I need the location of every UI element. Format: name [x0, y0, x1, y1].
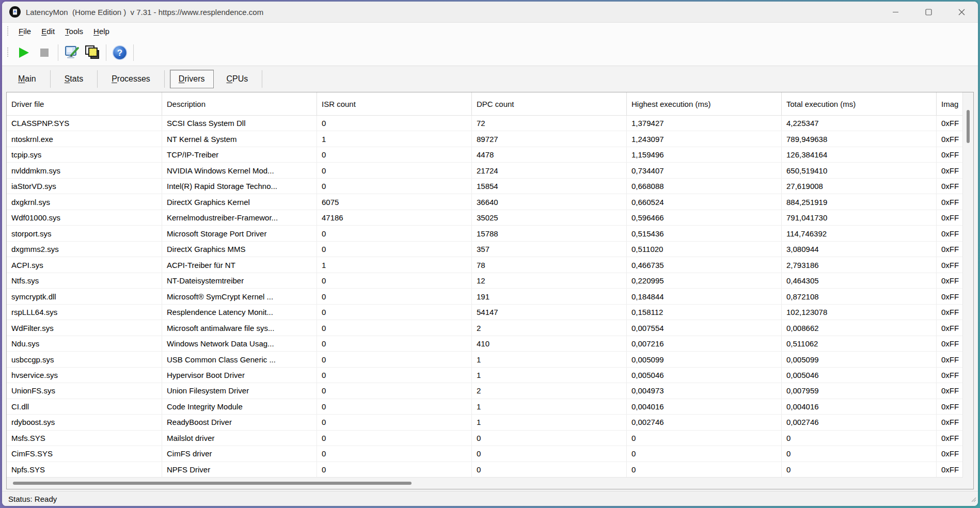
cell-driver-file: iaStorVD.sys — [7, 179, 162, 194]
start-monitor-button[interactable] — [13, 42, 34, 63]
cell-isr-count: 1 — [317, 131, 472, 146]
cell-description: CimFS driver — [162, 446, 317, 461]
cell-highest-execution: 1,379427 — [627, 116, 782, 131]
cell-driver-file: tcpip.sys — [7, 147, 162, 162]
cell-total-execution: 0 — [782, 462, 937, 477]
minimize-icon — [892, 9, 899, 15]
cell-dpc-count: 72 — [472, 116, 627, 131]
cell-image: 0xFF — [937, 242, 963, 257]
cell-highest-execution: 1,243097 — [627, 131, 782, 146]
cell-dpc-count: 0 — [472, 462, 627, 477]
status-text: Status: Ready — [8, 495, 57, 503]
close-button[interactable] — [945, 2, 978, 22]
cell-driver-file: WdFilter.sys — [7, 320, 162, 335]
maximize-icon — [925, 9, 932, 15]
table-row[interactable]: dxgmms2.sys DirectX Graphics MMS 0 357 0… — [7, 242, 963, 257]
table-row[interactable]: Ntfs.sys NT-Dateisystemtreiber 0 12 0,22… — [7, 273, 963, 289]
cell-image: 0xFF — [937, 336, 963, 351]
table-row[interactable]: iaStorVD.sys Intel(R) Rapid Storage Tech… — [7, 179, 963, 194]
cell-total-execution: 0 — [782, 446, 937, 461]
cell-highest-execution: 0,660524 — [627, 194, 782, 209]
minimize-button[interactable] — [879, 2, 912, 22]
cell-dpc-count: 15788 — [472, 226, 627, 241]
cell-isr-count: 0 — [317, 352, 472, 367]
table-row[interactable]: Msfs.SYS Mailslot driver 0 0 0 0 0xFF — [7, 431, 963, 446]
title-bar[interactable]: LatencyMon (Home Edition ) v 7.31 - http… — [2, 2, 978, 22]
table-row[interactable]: usbccgp.sys USB Common Class Generic ...… — [7, 352, 963, 367]
table-row[interactable]: ntoskrnl.exe NT Kernel & System 1 89727 … — [7, 131, 963, 147]
tab-drivers[interactable]: Drivers — [170, 70, 214, 88]
cell-description: Microsoft® SymCrypt Kernel ... — [162, 289, 317, 304]
horizontal-scrollbar-thumb[interactable] — [13, 482, 412, 485]
cell-driver-file: Msfs.SYS — [7, 431, 162, 446]
column-header-image[interactable]: Imag — [937, 92, 963, 115]
tab-strip: Main Stats Processes Drivers CPUs — [2, 66, 978, 92]
cell-isr-count: 0 — [317, 273, 472, 288]
menu-edit[interactable]: Edit — [36, 25, 60, 37]
table-row[interactable]: tcpip.sys TCP/IP-Treiber 0 4478 1,159496… — [7, 147, 963, 163]
cell-image: 0xFF — [937, 163, 963, 178]
tab-separator — [262, 70, 262, 88]
stop-monitor-button[interactable] — [34, 42, 55, 63]
tab-processes[interactable]: Processes — [103, 70, 159, 88]
column-header-driver-file[interactable]: Driver file — [7, 92, 162, 115]
cell-total-execution: 0,005099 — [782, 352, 937, 367]
table-row[interactable]: Wdf01000.sys Kernelmodustreiber-Framewor… — [7, 210, 963, 226]
cell-driver-file: Npfs.SYS — [7, 462, 162, 477]
help-button[interactable]: ? — [109, 42, 130, 63]
cell-image: 0xFF — [937, 462, 963, 477]
table-row[interactable]: UnionFS.sys Union Filesystem Driver 0 2 … — [7, 383, 963, 399]
table-row[interactable]: CLASSPNP.SYS SCSI Class System Dll 0 72 … — [7, 116, 963, 131]
maximize-button[interactable] — [912, 2, 945, 22]
toolbar-gripper[interactable] — [7, 47, 9, 58]
table-row[interactable]: CI.dll Code Integrity Module 0 1 0,00401… — [7, 399, 963, 415]
menu-tools[interactable]: Tools — [60, 25, 88, 37]
close-icon — [958, 9, 965, 15]
cell-image: 0xFF — [937, 415, 963, 430]
table-row[interactable]: ACPI.sys ACPI-Treiber für NT 1 78 0,4667… — [7, 257, 963, 273]
cell-total-execution: 2,793186 — [782, 257, 937, 272]
menu-help[interactable]: Help — [88, 25, 115, 37]
table-row[interactable]: symcryptk.dll Microsoft® SymCrypt Kernel… — [7, 289, 963, 304]
cell-highest-execution: 0,511020 — [627, 242, 782, 257]
column-header-dpc-count[interactable]: DPC count — [472, 92, 627, 115]
table-row[interactable]: nvlddmkm.sys NVIDIA Windows Kernel Mod..… — [7, 163, 963, 178]
horizontal-scrollbar[interactable] — [7, 477, 963, 489]
latency-tests-button[interactable] — [82, 42, 103, 63]
stop-icon — [39, 47, 50, 58]
vertical-scrollbar-thumb[interactable] — [967, 110, 970, 143]
cell-isr-count: 0 — [317, 320, 472, 335]
table-row[interactable]: Npfs.SYS NPFS Driver 0 0 0 0 0xFF — [7, 462, 963, 478]
table-row[interactable]: dxgkrnl.sys DirectX Graphics Kernel 6075… — [7, 194, 963, 210]
options-button[interactable] — [61, 42, 82, 63]
cell-description: DirectX Graphics MMS — [162, 242, 317, 257]
table-row[interactable]: rdyboost.sys ReadyBoost Driver 0 1 0,002… — [7, 415, 963, 430]
table-row[interactable]: storport.sys Microsoft Storage Port Driv… — [7, 226, 963, 241]
table-row[interactable]: rspLLL64.sys Resplendence Latency Monit.… — [7, 305, 963, 320]
table-row[interactable]: WdFilter.sys Microsoft antimalware file … — [7, 320, 963, 336]
cell-dpc-count: 35025 — [472, 210, 627, 225]
table-row[interactable]: hvservice.sys Hypervisor Boot Driver 0 1… — [7, 368, 963, 383]
resize-grip-icon[interactable] — [969, 495, 976, 504]
menu-file[interactable]: File — [13, 25, 36, 37]
vertical-scrollbar[interactable] — [962, 92, 973, 478]
cell-description: Kernelmodustreiber-Framewor... — [162, 210, 317, 225]
tab-stats[interactable]: Stats — [56, 70, 92, 88]
cell-total-execution: 0,002746 — [782, 415, 937, 430]
column-header-description[interactable]: Description — [162, 92, 317, 115]
cell-description: Microsoft antimalware file sys... — [162, 320, 317, 335]
tab-main[interactable]: Main — [9, 70, 45, 88]
column-header-highest-execution[interactable]: Highest execution (ms) — [627, 92, 782, 115]
tab-cpus[interactable]: CPUs — [218, 70, 257, 88]
table-body: CLASSPNP.SYS SCSI Class System Dll 0 72 … — [7, 116, 963, 478]
toolbar-gripper[interactable] — [7, 26, 9, 37]
cell-image: 0xFF — [937, 352, 963, 367]
cell-dpc-count: 1 — [472, 399, 627, 414]
table-row[interactable]: Ndu.sys Windows Network Data Usag... 0 4… — [7, 336, 963, 352]
cell-isr-count: 0 — [317, 399, 472, 414]
cell-image: 0xFF — [937, 383, 963, 398]
table-row[interactable]: CimFS.SYS CimFS driver 0 0 0 0 0xFF — [7, 446, 963, 462]
column-header-isr-count[interactable]: ISR count — [317, 92, 472, 115]
cell-description: Code Integrity Module — [162, 399, 317, 414]
column-header-total-execution[interactable]: Total execution (ms) — [782, 92, 937, 115]
